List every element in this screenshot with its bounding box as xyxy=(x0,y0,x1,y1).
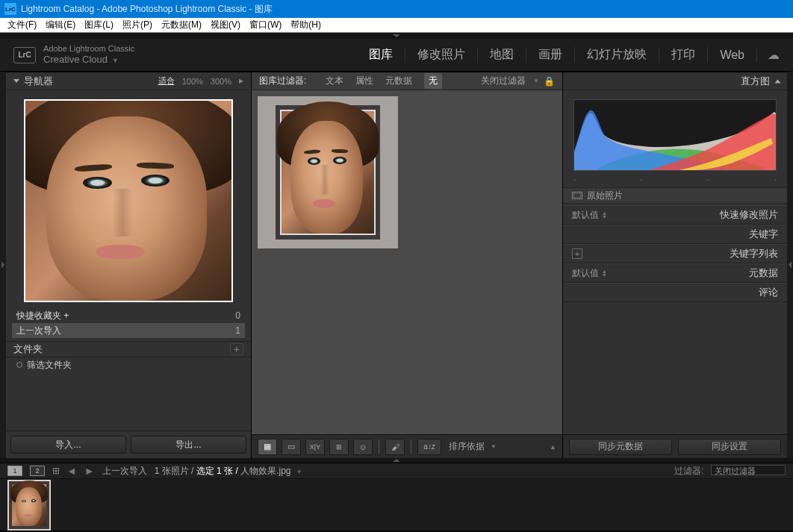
nav-forward-button[interactable]: ► xyxy=(84,465,95,477)
filmstrip-filter-select[interactable]: 关闭过滤器 xyxy=(711,465,786,475)
monitor-1-button[interactable]: 1 xyxy=(7,466,22,476)
collection-count: 0 xyxy=(235,310,240,321)
filmstrip[interactable] xyxy=(0,479,793,531)
metadata-preset-select[interactable]: 默认值 xyxy=(572,267,599,280)
module-web[interactable]: Web xyxy=(708,48,757,62)
menu-help[interactable]: 帮助(H) xyxy=(286,19,326,31)
crumb-selected: 选定 1 张 / xyxy=(196,466,238,476)
filmstrip-thumbnail[interactable] xyxy=(7,480,51,531)
left-panel-toggle[interactable] xyxy=(0,72,6,458)
folder-filter-row[interactable]: 筛选文件夹 xyxy=(6,357,251,372)
cloud-sync-icon[interactable]: ☁ xyxy=(768,48,780,62)
toolbar-more-icon[interactable]: ▲ xyxy=(550,443,556,451)
filter-close-preset[interactable]: 关闭过滤器 xyxy=(481,75,526,87)
keywords-panel-header[interactable]: 关键字 xyxy=(563,225,787,244)
stepper-icon[interactable]: ▲▼ xyxy=(602,269,611,277)
view-people-button[interactable]: ☺ xyxy=(353,439,373,455)
histogram[interactable] xyxy=(573,99,777,171)
painter-tool-button[interactable]: 🖌 xyxy=(385,439,405,455)
nav-zoom-fit[interactable]: 适合 xyxy=(158,75,175,87)
histogram-panel-header[interactable]: 直方图 xyxy=(563,72,787,90)
search-icon xyxy=(16,362,22,368)
filter-none[interactable]: 无 xyxy=(424,73,442,89)
nav-zoom-300[interactable]: 300% xyxy=(211,77,231,86)
navigator-preview[interactable] xyxy=(24,99,233,302)
keyword-list-panel-header[interactable]: + 关键字列表 xyxy=(563,244,787,263)
filter-text[interactable]: 文本 xyxy=(326,75,343,87)
brand-text[interactable]: Adobe Lightroom Classic Creative Cloud▼ xyxy=(43,44,134,66)
add-keyword-button[interactable]: + xyxy=(572,248,582,259)
folders-panel-header[interactable]: 文件夹 + xyxy=(6,341,251,357)
view-survey-button[interactable]: ⊞ xyxy=(329,439,349,455)
view-compare-button[interactable]: X|Y xyxy=(305,439,325,455)
original-photo-row[interactable]: 原始照片 xyxy=(563,187,787,204)
menu-file[interactable]: 文件(F) xyxy=(3,19,41,31)
chevron-down-icon[interactable]: ▼ xyxy=(491,443,497,450)
sort-direction-button[interactable]: a↕z xyxy=(417,439,441,455)
monitor-2-button[interactable]: 2 xyxy=(30,466,45,476)
grid-view[interactable] xyxy=(252,90,562,434)
collection-count: 1 xyxy=(235,325,240,336)
menu-metadata[interactable]: 元数据(M) xyxy=(157,19,206,31)
folder-filter-label: 筛选文件夹 xyxy=(27,359,72,372)
menu-edit[interactable]: 编辑(E) xyxy=(41,19,80,31)
jump-grid-icon[interactable]: ⊞ xyxy=(52,466,59,476)
grid-thumbnail[interactable] xyxy=(280,110,376,235)
histogram-title: 直方图 xyxy=(741,75,770,88)
collection-quick[interactable]: 快捷收藏夹 + 0 xyxy=(12,308,245,323)
chevron-down-icon[interactable]: ▼ xyxy=(533,78,539,84)
module-picker-bar: LrC Adobe Lightroom Classic Creative Clo… xyxy=(0,39,793,72)
chevron-down-icon: ▼ xyxy=(112,57,119,65)
sort-label[interactable]: 排序依据 xyxy=(449,440,485,453)
filter-lock-icon[interactable]: 🔒 xyxy=(544,76,555,87)
crumb-source[interactable]: 上一次导入 xyxy=(102,466,147,476)
nav-back-button[interactable]: ◄ xyxy=(66,465,77,477)
module-develop[interactable]: 修改照片 xyxy=(405,47,478,63)
filter-bar-label: 图库过滤器: xyxy=(259,75,306,87)
keywords-title: 关键字 xyxy=(749,228,778,241)
grid-thumbnail-cell[interactable] xyxy=(258,96,398,248)
module-book[interactable]: 画册 xyxy=(526,47,575,63)
menu-library[interactable]: 图库(L) xyxy=(80,19,118,31)
sync-metadata-button[interactable]: 同步元数据 xyxy=(569,439,672,455)
top-panel-toggle[interactable] xyxy=(0,33,793,39)
disclosure-triangle-icon xyxy=(13,79,19,83)
crumb-count: 1 张照片 / xyxy=(155,466,194,476)
nav-zoom-more-icon[interactable]: ▶ xyxy=(239,78,243,84)
original-photo-label: 原始照片 xyxy=(587,190,623,202)
menubar: 文件(F) 编辑(E) 图库(L) 照片(P) 元数据(M) 视图(V) 窗口(… xyxy=(0,18,793,33)
menu-view[interactable]: 视图(V) xyxy=(206,19,245,31)
preset-select[interactable]: 默认值 xyxy=(572,209,599,222)
navigator-panel-header[interactable]: 导航器 适合 100% 300% ▶ xyxy=(6,72,251,90)
filter-metadata[interactable]: 元数据 xyxy=(385,75,412,87)
module-slideshow[interactable]: 幻灯片放映 xyxy=(575,47,659,63)
add-folder-button[interactable]: + xyxy=(230,343,243,355)
window-title: Lightroom Catalog - Adobe Photoshop Ligh… xyxy=(21,3,273,16)
brand-line1: Adobe Lightroom Classic xyxy=(43,44,134,54)
export-button[interactable]: 导出... xyxy=(131,436,246,454)
titlebar: LrC Lightroom Catalog - Adobe Photoshop … xyxy=(0,0,793,18)
view-loupe-button[interactable]: ▭ xyxy=(282,439,301,455)
filmstrip-filter-label: 过滤器: xyxy=(674,466,703,476)
module-map[interactable]: 地图 xyxy=(478,47,526,63)
menu-photo[interactable]: 照片(P) xyxy=(118,19,157,31)
chevron-down-icon[interactable]: ▼ xyxy=(296,469,302,475)
comments-panel-header[interactable]: 评论 xyxy=(563,283,787,302)
crumb-file: 人物效果.jpg xyxy=(240,466,290,476)
module-print[interactable]: 打印 xyxy=(659,47,708,63)
stepper-icon[interactable]: ▲▼ xyxy=(602,211,611,219)
metadata-panel-header[interactable]: 默认值▲▼ 元数据 xyxy=(563,263,787,283)
collection-last-import[interactable]: 上一次导入 1 xyxy=(12,323,245,338)
filter-attribute[interactable]: 属性 xyxy=(355,75,373,87)
keyword-list-title: 关键字列表 xyxy=(730,247,778,260)
menu-window[interactable]: 窗口(W) xyxy=(245,19,286,31)
quick-develop-panel-header[interactable]: 默认值▲▼ 快速修改照片 xyxy=(563,205,787,225)
right-panel-toggle[interactable] xyxy=(787,72,793,458)
center-toolbar: ▦ ▭ X|Y ⊞ ☺ 🖌 a↕z 排序依据 ▼ ▲ xyxy=(252,434,562,458)
import-button[interactable]: 导入... xyxy=(10,436,126,454)
module-library[interactable]: 图库 xyxy=(357,47,405,63)
view-grid-button[interactable]: ▦ xyxy=(258,439,277,455)
collection-label: 快捷收藏夹 + xyxy=(16,310,69,322)
sync-settings-button[interactable]: 同步设置 xyxy=(678,439,781,455)
nav-zoom-100[interactable]: 100% xyxy=(182,77,203,86)
